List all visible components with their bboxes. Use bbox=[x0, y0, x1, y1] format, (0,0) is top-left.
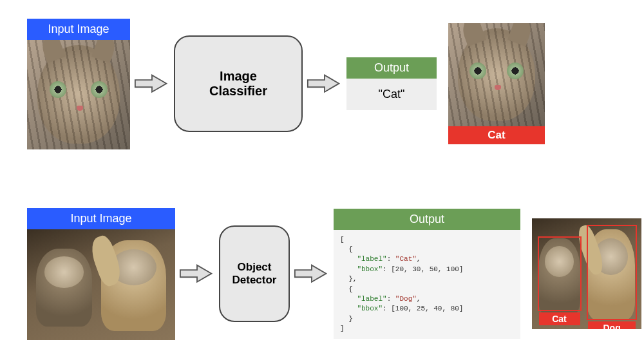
classifier-model-label: Image Classifier bbox=[209, 69, 267, 99]
input-image-label: Input Image bbox=[27, 208, 175, 229]
input-image-block: Input Image bbox=[27, 208, 175, 340]
input-image-cat-dog bbox=[27, 229, 175, 340]
classifier-output-value: "Cat" bbox=[346, 79, 437, 110]
bbox-dog-label: Dog bbox=[588, 321, 636, 329]
input-image-cat bbox=[27, 40, 130, 149]
detector-model-box: Object Detector bbox=[219, 225, 290, 322]
result-image-cat-dog: Cat Dog bbox=[532, 218, 641, 329]
detector-model-label: Object Detector bbox=[232, 261, 277, 287]
detector-pipeline: Input Image Object Detector Output [ { "… bbox=[0, 206, 644, 341]
classifier-output-box: Output "Cat" bbox=[346, 57, 437, 110]
result-image-cat bbox=[448, 23, 545, 126]
classifier-pipeline: Input Image Image Classifier Output "Cat… bbox=[0, 19, 644, 148]
bbox-cat: Cat bbox=[538, 236, 582, 312]
classifier-model-box: Image Classifier bbox=[174, 35, 303, 132]
detector-output-box: Output [ { "label": "Cat", "bbox": [20, … bbox=[334, 209, 520, 339]
bbox-cat-label: Cat bbox=[539, 312, 580, 325]
classifier-result-image: Cat bbox=[448, 23, 545, 144]
output-header: Output bbox=[334, 209, 520, 230]
classifier-result-caption: Cat bbox=[448, 126, 545, 144]
bbox-dog: Dog bbox=[587, 225, 637, 320]
input-image-label: Input Image bbox=[27, 19, 130, 40]
arrow-icon bbox=[134, 71, 170, 95]
arrow-icon bbox=[307, 71, 343, 95]
arrow-icon bbox=[294, 262, 330, 285]
output-header: Output bbox=[346, 57, 437, 79]
input-image-block: Input Image bbox=[27, 19, 130, 149]
detector-output-json: [ { "label": "Cat", "bbox": [20, 30, 50,… bbox=[334, 230, 520, 339]
detector-result-image: Cat Dog bbox=[532, 218, 641, 329]
arrow-icon bbox=[179, 262, 215, 285]
